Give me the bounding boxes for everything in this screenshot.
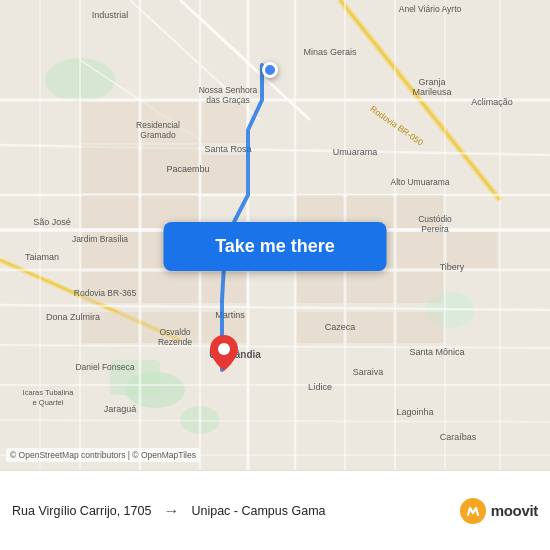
- svg-rect-52: [142, 272, 198, 303]
- moovit-logo: moovit: [460, 498, 538, 524]
- svg-text:Daniel Fonseca: Daniel Fonseca: [75, 362, 134, 372]
- route-destination: Unipac - Campus Gama: [191, 504, 325, 518]
- svg-text:Lídice: Lídice: [308, 382, 332, 392]
- svg-point-103: [218, 343, 230, 355]
- svg-text:Aclimação: Aclimação: [471, 97, 513, 107]
- info-bar: Rua Virgílio Carrijo, 1705 → Unipac - Ca…: [0, 470, 550, 550]
- take-me-there-button[interactable]: Take me there: [164, 222, 387, 271]
- svg-rect-38: [202, 155, 246, 193]
- svg-text:Residencial: Residencial: [136, 120, 180, 130]
- route-arrow-icon: →: [163, 502, 179, 520]
- svg-text:das Graças: das Graças: [206, 95, 249, 105]
- svg-text:Tibery: Tibery: [440, 262, 465, 272]
- svg-text:Industrial: Industrial: [92, 10, 129, 20]
- svg-text:Pereira: Pereira: [421, 224, 449, 234]
- svg-text:Umuarama: Umuarama: [333, 147, 378, 157]
- svg-rect-55: [347, 272, 393, 303]
- svg-rect-39: [82, 195, 138, 228]
- copyright-text: © OpenStreetMap contributors | © OpenMap…: [6, 448, 200, 462]
- svg-text:Granja: Granja: [418, 77, 445, 87]
- svg-text:Jaraguá: Jaraguá: [104, 404, 137, 414]
- svg-text:Osvaldo: Osvaldo: [159, 327, 190, 337]
- svg-text:Minas Gerais: Minas Gerais: [303, 47, 357, 57]
- svg-text:Santa Mônica: Santa Mônica: [409, 347, 464, 357]
- moovit-label: moovit: [491, 502, 538, 519]
- svg-text:Anel Viário Ayrto: Anel Viário Ayrto: [399, 4, 462, 14]
- svg-text:Alto Umuarama: Alto Umuarama: [390, 177, 449, 187]
- svg-text:Gramado: Gramado: [140, 130, 176, 140]
- svg-rect-56: [397, 272, 443, 303]
- svg-text:Rodovia BR-365: Rodovia BR-365: [74, 288, 137, 298]
- moovit-icon: [460, 498, 486, 524]
- moovit-branding: moovit: [460, 498, 538, 524]
- svg-rect-35: [202, 102, 246, 143]
- svg-text:Rezende: Rezende: [158, 337, 192, 347]
- svg-text:Caraíbas: Caraíbas: [440, 432, 477, 442]
- svg-text:Jardim Brasília: Jardim Brasília: [72, 234, 128, 244]
- svg-rect-54: [297, 272, 343, 303]
- svg-text:Saraiva: Saraiva: [353, 367, 384, 377]
- svg-text:Taiaman: Taiaman: [25, 252, 59, 262]
- svg-text:Santa Rosa: Santa Rosa: [204, 144, 251, 154]
- svg-text:Pacaembu: Pacaembu: [166, 164, 209, 174]
- svg-rect-62: [397, 312, 443, 343]
- svg-text:Marileusa: Marileusa: [412, 87, 451, 97]
- svg-text:Martins: Martins: [215, 310, 245, 320]
- destination-marker: [210, 335, 238, 375]
- svg-text:Cazeca: Cazeca: [325, 322, 356, 332]
- svg-text:Lagoinha: Lagoinha: [396, 407, 433, 417]
- location-dot: [262, 62, 278, 78]
- svg-text:Dona Zulmira: Dona Zulmira: [46, 312, 100, 322]
- route-info: Rua Virgílio Carrijo, 1705 → Unipac - Ca…: [12, 502, 460, 520]
- svg-text:e Quartel: e Quartel: [33, 398, 64, 407]
- map-container: Industrial Anel Viário Ayrto Minas Gerai…: [0, 0, 550, 470]
- svg-rect-33: [82, 102, 138, 143]
- svg-text:Custódio: Custódio: [418, 214, 452, 224]
- svg-rect-49: [397, 232, 443, 268]
- route-origin: Rua Virgílio Carrijo, 1705: [12, 504, 151, 518]
- svg-text:Icaras Tubalina: Icaras Tubalina: [23, 388, 75, 397]
- svg-rect-36: [82, 145, 138, 193]
- svg-text:Nossa Senhora: Nossa Senhora: [199, 85, 258, 95]
- svg-text:São José: São José: [33, 217, 71, 227]
